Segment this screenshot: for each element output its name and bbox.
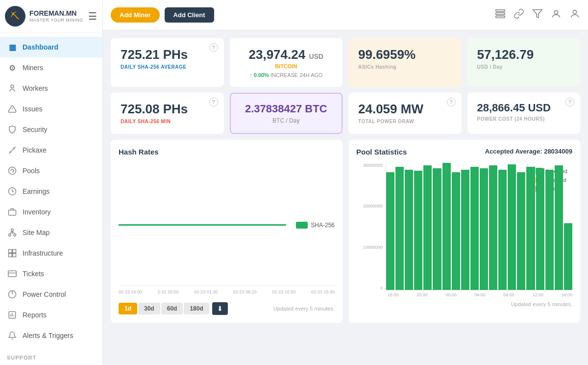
charts-row: Hash Rates SHA-256 02-22 16:00 2-22 20:5…: [111, 140, 580, 323]
sidebar-item-inventory[interactable]: Inventory: [0, 202, 102, 222]
filter-icon[interactable]: [532, 8, 543, 22]
sidebar-label-miners: Miners: [23, 64, 43, 72]
infrastructure-icon: [7, 248, 18, 259]
svg-rect-6: [9, 210, 16, 215]
hamburger-menu[interactable]: ☰: [88, 10, 97, 22]
sidebar-label-dashboard: Dashboard: [23, 43, 58, 51]
svg-point-8: [9, 234, 11, 236]
time-btn-180d[interactable]: 180d: [184, 303, 209, 314]
stat-daily-sha-min: ? 725.08 PHs DAILY SHA-256 MIN: [111, 93, 224, 134]
pool-bar: [545, 170, 554, 290]
sidebar-label-earnings: Earnings: [23, 187, 49, 195]
hashrate-line-area: SHA-256: [119, 222, 335, 229]
sidebar-item-infrastructure[interactable]: Infrastructure: [0, 243, 102, 263]
y-label-0: 0: [380, 286, 383, 290]
alerts-icon: [7, 330, 18, 341]
pool-bar: [536, 168, 544, 290]
svg-rect-13: [13, 254, 16, 257]
pool-bar: [555, 165, 563, 290]
sidebar-label-issues: Issues: [23, 105, 42, 113]
workers-icon: [7, 83, 18, 94]
help-icon-2[interactable]: ?: [209, 98, 218, 106]
main-content: Add Miner Add Client ?: [103, 0, 588, 365]
sidebar-item-alerts[interactable]: Alerts & Triggers: [0, 325, 102, 346]
add-client-button[interactable]: Add Client: [165, 7, 214, 23]
logo-text: FOREMAN.MN MASTER YOUR MINING: [29, 9, 83, 23]
link-icon[interactable]: [514, 8, 524, 22]
topbar: Add Miner Add Client: [103, 0, 588, 30]
hashrate-xaxis: 02-22 16:00 2-22 20:50 02-23 01:30 02-23…: [119, 289, 335, 294]
sidebar-item-earnings[interactable]: Earnings: [0, 181, 102, 202]
pool-bar: [452, 172, 460, 290]
pool-y-axis: 30000000 20000000 10000000 0: [356, 163, 386, 290]
pool-bar: [461, 170, 469, 290]
sidebar-label-sitemap: Site Map: [23, 229, 49, 236]
stat-value-asics: 99.6959%: [358, 47, 452, 62]
download-button[interactable]: ⬇: [212, 302, 228, 315]
dashboard-icon: ▦: [7, 42, 18, 52]
stat-power-cost: ? 28,866.45 USD POWER COST (24 HOURS): [467, 93, 581, 134]
stat-value-power-draw: 24.059 MW: [358, 102, 452, 117]
help-icon-1[interactable]: ?: [209, 43, 218, 52]
sidebar-item-workers[interactable]: Workers: [0, 78, 102, 99]
svg-point-27: [573, 10, 576, 14]
pool-chart-title: Pool Statistics: [356, 148, 407, 156]
stat-label-usd-day: USD / Day: [477, 64, 571, 70]
stat-bitcoin-price: 23,974.24 USD BITCOIN ↑ 0.00% INCREASE 2…: [230, 38, 343, 87]
stats-row-2: ? 725.08 PHs DAILY SHA-256 MIN 2.3783842…: [111, 93, 580, 134]
miners-icon: ⚙: [7, 62, 18, 73]
hashrate-chart-area: SHA-256: [119, 158, 335, 286]
sidebar: ⛏ FOREMAN.MN MASTER YOUR MINING ☰ ▦ Dash…: [0, 0, 103, 365]
help-icon-3[interactable]: ?: [447, 98, 456, 106]
pool-footer: Updated every 5 minutes.: [356, 301, 572, 307]
tickets-icon: [7, 268, 18, 279]
add-miner-button[interactable]: Add Miner: [111, 7, 160, 23]
account-icon[interactable]: [569, 8, 580, 22]
sidebar-item-powercontrol[interactable]: Power Control: [0, 284, 102, 305]
sidebar-item-security[interactable]: Security: [0, 119, 102, 140]
svg-point-4: [9, 167, 16, 175]
time-btn-1d[interactable]: 1d: [119, 303, 137, 314]
stat-value-btc: 23,974.24 USD: [240, 47, 333, 62]
pool-bar: [564, 223, 572, 290]
content-body: ? 725.21 PHs DAILY SHA-256 AVERAGE 23,97…: [103, 30, 588, 365]
sidebar-item-tickets[interactable]: Tickets: [0, 263, 102, 284]
sidebar-item-pools[interactable]: Pools: [0, 160, 102, 181]
pool-chart-card: Pool Statistics Accepted Average: 280340…: [348, 140, 580, 323]
sidebar-label-reports: Reports: [23, 311, 47, 319]
sidebar-item-dashboard[interactable]: ▦ Dashboard: [0, 37, 102, 57]
pool-chart-area: 30000000 20000000 10000000 0: [356, 163, 572, 290]
sidebar-item-miners[interactable]: ⚙ Miners: [0, 57, 102, 78]
sidebar-item-issues[interactable]: Issues: [0, 99, 102, 119]
y-label-20m: 20000000: [363, 204, 383, 209]
pool-bar: [405, 170, 413, 290]
time-btn-30d[interactable]: 30d: [138, 303, 160, 314]
brand-tagline: MASTER YOUR MINING: [29, 18, 83, 23]
sidebar-label-workers: Workers: [23, 84, 48, 92]
sidebar-logo: ⛏ FOREMAN.MN MASTER YOUR MINING ☰: [0, 0, 102, 33]
user-hat-icon[interactable]: [551, 8, 562, 22]
svg-point-9: [14, 234, 16, 236]
hashrate-chart-card: Hash Rates SHA-256 02-22 16:00 2-22 20:5…: [111, 140, 343, 323]
help-icon-4[interactable]: ?: [565, 98, 574, 106]
sidebar-item-pickaxe[interactable]: Pickaxe: [0, 140, 102, 160]
sidebar-item-sitemap[interactable]: Site Map: [0, 222, 102, 243]
sidebar-item-reports[interactable]: Reports: [0, 305, 102, 325]
support-label: SUPPORT: [0, 350, 102, 365]
y-label-30m: 30000000: [363, 163, 383, 168]
servers-icon[interactable]: [495, 8, 506, 22]
topbar-left: Add Miner Add Client: [111, 7, 495, 23]
sidebar-label-pickaxe: Pickaxe: [23, 146, 47, 154]
stat-value-sha-avg: 725.21 PHs: [121, 47, 214, 62]
sha256-legend-label: SHA-256: [311, 222, 335, 229]
stat-value-btc-day: 2.37838427 BTC: [241, 103, 332, 115]
svg-rect-11: [13, 250, 16, 253]
stat-label-asics: ASICs Hashing: [358, 64, 452, 70]
time-btn-60d[interactable]: 60d: [161, 303, 183, 314]
pool-bar: [508, 164, 516, 290]
topbar-right: [495, 8, 580, 22]
pool-bar: [498, 170, 507, 290]
y-label-10m: 10000000: [363, 245, 383, 250]
powercontrol-icon: [7, 289, 18, 300]
stat-value-usd-day: 57,126.79: [477, 47, 571, 62]
